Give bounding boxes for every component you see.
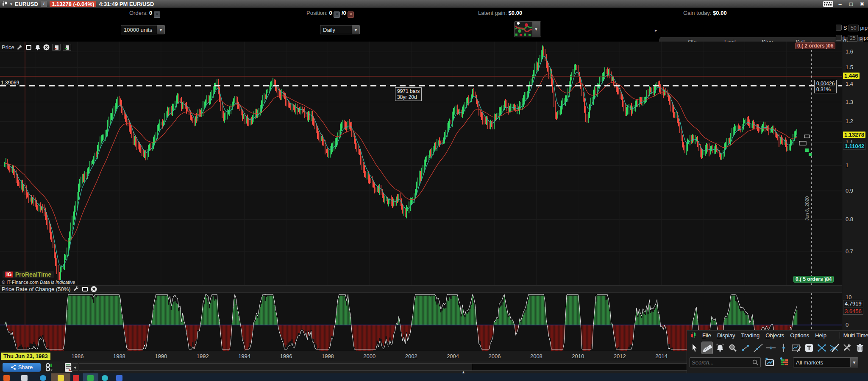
l-pips-unit: pips bbox=[860, 35, 868, 41]
copyright-text: © IT-Finance.com bbox=[2, 280, 39, 285]
taskbar-icon[interactable] bbox=[40, 375, 46, 381]
taskbar-icon[interactable] bbox=[102, 375, 108, 381]
tools-icon bbox=[843, 344, 852, 352]
info-icon[interactable]: i bbox=[41, 1, 47, 7]
s-label: S bbox=[843, 25, 847, 31]
price-axis-tick: 1.3 bbox=[846, 99, 853, 105]
price-alert-button[interactable] bbox=[34, 45, 41, 50]
price-window-button[interactable] bbox=[25, 45, 32, 50]
l-pips-value[interactable]: 25 bbox=[848, 35, 858, 42]
menu-options[interactable]: Options bbox=[790, 332, 809, 339]
roc-settings-button[interactable] bbox=[73, 286, 80, 292]
vertical-line-tool[interactable] bbox=[778, 342, 789, 354]
taskbar-icon[interactable] bbox=[21, 375, 28, 381]
open-watchlist-button[interactable] bbox=[779, 357, 790, 367]
candlestick-logo-icon bbox=[2, 1, 8, 7]
delete-tool[interactable] bbox=[854, 342, 865, 354]
taskbar-icon[interactable] bbox=[58, 375, 64, 381]
roc-pane-header: Price Rate of Change (50%) bbox=[0, 285, 842, 293]
menu-display[interactable]: Display bbox=[717, 332, 735, 339]
markets-select[interactable]: All markets ▼ bbox=[793, 357, 858, 367]
multi-time-label[interactable]: Multi Time bbox=[840, 332, 868, 339]
price-axis-tick: 1.6 bbox=[846, 48, 853, 55]
markets-select-value: All markets bbox=[793, 359, 850, 366]
symbol-dropdown-arrow[interactable]: ▾ bbox=[10, 2, 12, 6]
orders-badge-bottom[interactable]: 0.( 5 orders )84 bbox=[793, 276, 834, 283]
price-settings-button[interactable] bbox=[17, 45, 23, 50]
open-chart-button[interactable] bbox=[764, 357, 775, 367]
roc-value-red: 3.6456 bbox=[843, 308, 863, 315]
stop-pips-checkbox[interactable] bbox=[836, 25, 842, 31]
units-select[interactable]: 10000 units ▼ bbox=[121, 25, 165, 34]
time-axis-year-label: 1990 bbox=[155, 353, 167, 359]
link-charts-button[interactable] bbox=[43, 362, 55, 372]
keyboard-icon[interactable] bbox=[823, 1, 833, 7]
taskbar-icon[interactable] bbox=[87, 375, 94, 381]
price-close-button[interactable] bbox=[43, 45, 50, 50]
price-axis-column[interactable]: 1.61.51.41.31.21.110.90.80.7 1.446 1.132… bbox=[842, 42, 868, 351]
cursor-tool[interactable] bbox=[689, 342, 700, 354]
share-label: Share bbox=[18, 364, 33, 370]
timeframe-select[interactable]: Daily ▼ bbox=[320, 25, 360, 34]
sell-order-shortcut-button[interactable] bbox=[52, 44, 61, 51]
maximize-button[interactable]: □ bbox=[847, 1, 855, 7]
timeframe-select-arrow-icon: ▼ bbox=[352, 25, 359, 34]
panel-collapse-arrow[interactable]: ▸ bbox=[655, 28, 657, 33]
orders-close-icon[interactable]: ✕ bbox=[154, 11, 160, 18]
position-close2-icon[interactable]: ✕ bbox=[348, 11, 354, 18]
menu-file[interactable]: File bbox=[702, 332, 711, 339]
scrollbar-thumb[interactable] bbox=[79, 364, 472, 370]
search-input[interactable]: Search... bbox=[690, 357, 761, 367]
alert-tool[interactable] bbox=[714, 342, 726, 354]
position-close-icon[interactable]: ✕ bbox=[334, 11, 340, 18]
buy-order-shortcut-button[interactable] bbox=[63, 44, 71, 51]
s-pips-value[interactable]: 50 bbox=[849, 25, 859, 31]
roc-close-button[interactable] bbox=[91, 286, 97, 292]
close-circle-icon bbox=[43, 44, 50, 50]
ruler-icon bbox=[703, 344, 712, 352]
menu-objects[interactable]: Objects bbox=[765, 332, 784, 339]
close-button[interactable]: ✖ bbox=[858, 1, 866, 7]
taskbar-icon[interactable] bbox=[73, 375, 79, 381]
cross-arrows-tool[interactable] bbox=[816, 342, 827, 354]
remove-drawing-tool[interactable] bbox=[829, 342, 840, 354]
taskbar-icon[interactable] bbox=[3, 375, 10, 381]
annotate-chart-tool[interactable] bbox=[790, 342, 802, 354]
taskbar-icon[interactable] bbox=[116, 375, 122, 381]
object-settings-tool[interactable] bbox=[841, 342, 853, 354]
share-button[interactable]: Share bbox=[3, 363, 41, 372]
time-axis-year-label: 1994 bbox=[238, 353, 250, 359]
price-chart-pane[interactable] bbox=[0, 42, 842, 285]
text-tool[interactable] bbox=[803, 342, 815, 354]
units-select-arrow-icon: ▼ bbox=[157, 25, 164, 34]
orders-value: 0 bbox=[149, 10, 152, 16]
time-axis-year-label: 1988 bbox=[113, 353, 125, 359]
alert-price-tag[interactable]: 1.446 bbox=[843, 73, 860, 79]
cursor-icon bbox=[691, 344, 698, 352]
zoom-tool[interactable] bbox=[727, 342, 738, 354]
latent-gain-value: $0.00 bbox=[509, 10, 523, 16]
horizontal-line-tool[interactable] bbox=[765, 342, 776, 354]
scroll-left-button[interactable]: ◂ bbox=[71, 363, 78, 371]
crosshair-date-badge: Thu Jun 23, 1983 bbox=[1, 353, 50, 360]
ruler-tool[interactable] bbox=[701, 342, 713, 354]
share-icon bbox=[11, 364, 16, 370]
menu-help[interactable]: Help bbox=[815, 332, 826, 339]
orders-badge-top[interactable]: 0.( 2 orders )06 bbox=[795, 42, 835, 49]
add-indicator-button[interactable]: ▼ bbox=[514, 21, 541, 37]
menu-trading[interactable]: Trading bbox=[741, 332, 760, 339]
page-red-arrow-icon bbox=[54, 45, 59, 50]
crossed-lines-slash-icon bbox=[829, 344, 840, 352]
position-value: 0 bbox=[329, 10, 332, 16]
roc-axis-zero: 0 bbox=[846, 322, 849, 328]
trendline-tool[interactable] bbox=[752, 342, 764, 354]
limit-pips-checkbox[interactable] bbox=[836, 35, 842, 41]
roc-window-button[interactable] bbox=[82, 286, 89, 292]
position-label: Position: bbox=[306, 10, 328, 16]
search-placeholder: Search... bbox=[692, 359, 714, 366]
minimize-button[interactable]: – bbox=[836, 1, 844, 7]
segment-tool[interactable] bbox=[740, 342, 751, 354]
wrench-icon bbox=[73, 286, 79, 292]
horizontal-scrollbar[interactable] bbox=[79, 363, 693, 371]
chart-note-icon bbox=[791, 343, 801, 353]
